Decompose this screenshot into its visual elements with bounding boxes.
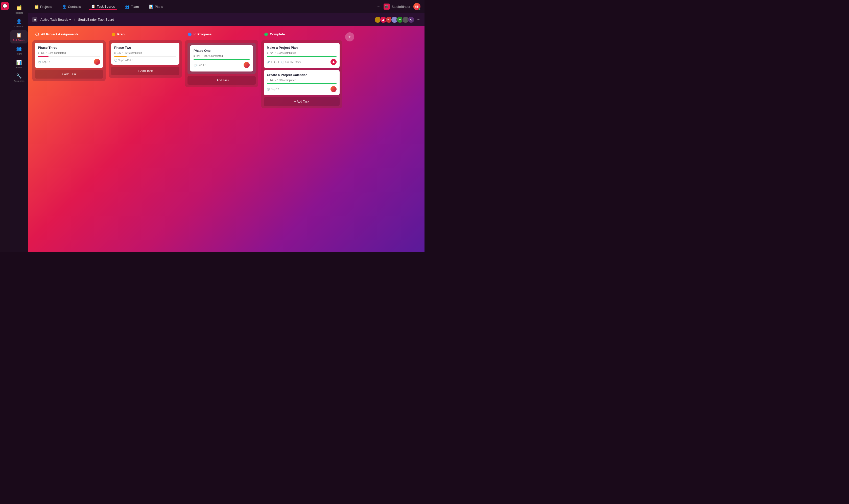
progress-bar-fill-cpc — [267, 83, 337, 84]
projects-icon: 🗂️ — [16, 5, 22, 11]
card-phase-three-meta: ≡ 1/6 • 17% completed — [38, 52, 100, 54]
column-header-all: All Project Assignments — [32, 30, 106, 38]
col-indicator-prep — [112, 33, 115, 36]
board-dropdown[interactable]: Active Task Boards ▾ — [40, 18, 71, 21]
attachment-count: 🔗 1 — [267, 61, 272, 64]
topnav-user[interactable]: 🎬 StudioBinder — [383, 3, 410, 10]
card-phase-one-date: 🕐 Sep 17 — [194, 64, 206, 67]
tasks-icon-4: ≡ — [267, 52, 268, 54]
card-phase-two-pct: 20% completed — [125, 52, 142, 54]
add-task-all[interactable]: + Add Task — [35, 70, 103, 78]
nav-contacts-label: Contacts — [68, 5, 81, 8]
card-make-project-plan-title: Make a Project Plan — [267, 46, 337, 50]
attachment-icon: 🔗 — [267, 61, 270, 64]
card-make-project-plan-footer: 🔗 1 💬 1 🕐 Oct 15-Oct — [267, 59, 337, 65]
card-phase-two[interactable]: Phase Two ≡ 1/5 • 20% completed � — [111, 43, 179, 65]
column-cards-complete: Make a Project Plan ≡ 4/4 • 100% complet… — [261, 40, 342, 108]
sidebar-item-plans[interactable]: 📊 Plans — [11, 58, 28, 71]
chevron-down-icon: ▾ — [69, 18, 71, 21]
board-area: All Project Assignments Phase Three ≡ 1/… — [28, 26, 424, 252]
add-column-button[interactable]: + — [345, 32, 354, 41]
in-progress-dimmed-area: Phase One ⋮ ≡ 8/8 • 100% completed — [187, 43, 256, 74]
add-task-prep[interactable]: + Add Task — [111, 67, 179, 75]
nav-team-label: Team — [131, 5, 139, 8]
clock-icon-5: 🕐 — [267, 88, 270, 91]
card-phase-three-title: Phase Three — [38, 46, 100, 50]
sidebar-label-taskboards: Task Boards — [13, 39, 25, 41]
breadcrumb-divider: / — [74, 18, 75, 21]
nav-plans[interactable]: 📊 Plans — [147, 3, 165, 10]
sidebar-item-resources[interactable]: 🔧 Resources — [11, 71, 28, 84]
card-phase-three-avatar[interactable] — [94, 59, 100, 65]
nav-team[interactable]: 👥 Team — [123, 3, 141, 10]
card-cpc-avatar[interactable] — [330, 86, 337, 92]
nav-team-icon: 👥 — [125, 4, 129, 8]
card-phase-one-avatar[interactable] — [243, 62, 250, 68]
card-create-project-calendar[interactable]: Create a Project Calendar ≡ 4/4 • 100% c… — [264, 70, 340, 95]
progress-bar-bg-cpc — [267, 83, 337, 84]
column-cards-all: Phase Three ≡ 1/6 • 17% completed — [32, 40, 106, 81]
top-navigation: 🗂️ Projects 👤 Contacts 📋 Task Boards 👥 T… — [28, 0, 424, 13]
nav-plans-label: Plans — [155, 5, 163, 8]
column-all-project-assignments: All Project Assignments Phase Three ≡ 1/… — [32, 30, 106, 248]
sidebar-label-resources: Resources — [13, 80, 24, 82]
nav-contacts[interactable]: 👤 Contacts — [60, 3, 83, 10]
card-phase-one-footer: 🕐 Sep 17 — [194, 62, 250, 68]
avatar-initials: SB — [415, 5, 419, 8]
user-avatar[interactable]: SB — [413, 3, 420, 10]
column-title-in-progress: In Progress — [194, 32, 212, 36]
column-complete: Complete Make a Project Plan ≡ 4/4 • 100… — [261, 30, 342, 248]
add-task-in-progress[interactable]: + Add Task — [187, 76, 256, 85]
column-in-progress: In Progress Phase One ⋮ ≡ 8/8 • — [185, 30, 258, 248]
resources-icon: 🔧 — [16, 73, 22, 79]
tasks-icon: ≡ — [38, 52, 39, 54]
taskboards-icon: 📋 — [16, 32, 22, 38]
contacts-icon: 👤 — [16, 19, 22, 24]
sidebar-item-projects[interactable]: 🗂️ Projects — [11, 3, 28, 16]
nav-taskboards-icon: 📋 — [91, 4, 95, 8]
column-header-complete: Complete — [261, 30, 342, 38]
card-phase-three-date: 🕐 Sep 17 — [38, 61, 50, 64]
clock-icon-4: 🕐 — [281, 61, 284, 64]
card-phase-three[interactable]: Phase Three ≡ 1/6 • 17% completed — [35, 43, 103, 68]
progress-bar-fill-phase-one — [194, 59, 250, 60]
card-phase-one[interactable]: Phase One ⋮ ≡ 8/8 • 100% completed — [190, 45, 253, 72]
brand-icon: 🎬 — [383, 3, 390, 10]
nav-contacts-icon: 👤 — [62, 4, 67, 8]
card-create-project-calendar-meta: ≡ 4/4 • 100% completed — [267, 79, 337, 82]
card-phase-one-meta: ≡ 8/8 • 100% completed — [194, 55, 250, 57]
avatar-overflow[interactable]: +7 — [408, 16, 415, 23]
progress-bar-fill-phase-three — [38, 56, 49, 57]
card-phase-three-pct: 17% completed — [48, 52, 66, 54]
card-phase-three-tasks: 1/6 — [41, 52, 44, 54]
topnav-more-button[interactable]: ··· — [377, 4, 381, 10]
sidebar-label-contacts: Contacts — [14, 25, 23, 28]
complete-cards-area: Make a Project Plan ≡ 4/4 • 100% complet… — [264, 43, 340, 95]
sidebar-item-contacts[interactable]: 👤 Contacts — [11, 17, 28, 30]
sidebar-label-projects: Projects — [15, 12, 23, 14]
card-phase-one-menu[interactable]: ⋮ — [246, 49, 250, 53]
card-make-project-plan-tasks: 4/4 — [270, 52, 273, 54]
clock-icon: 🕐 — [38, 61, 41, 64]
subheader-more-button[interactable]: ··· — [417, 17, 420, 22]
nav-projects[interactable]: 🗂️ Projects — [32, 3, 54, 10]
svg-point-1 — [333, 61, 334, 62]
add-task-complete[interactable]: + Add Task — [264, 97, 340, 106]
card-phase-one-tasks: 8/8 — [197, 55, 200, 57]
main-content: 🗂️ Projects 👤 Contacts 📋 Task Boards 👥 T… — [28, 0, 424, 252]
column-cards-prep: Phase Two ≡ 1/5 • 20% completed � — [109, 40, 182, 78]
progress-bar-bg-phase-three — [38, 56, 100, 57]
col-indicator-all — [35, 33, 39, 36]
card-make-project-plan-icons: 🔗 1 💬 1 🕐 Oct 15-Oct — [267, 61, 301, 64]
card-create-project-calendar-title: Create a Project Calendar — [267, 73, 337, 77]
sidebar-item-team[interactable]: 👥 Team — [11, 44, 28, 57]
sidebar-item-taskboards[interactable]: 📋 Task Boards — [11, 30, 28, 43]
team-icon: 👥 — [16, 46, 22, 52]
user-name: StudioBinder — [392, 5, 410, 8]
app-logo[interactable]: 💬 — [1, 2, 9, 10]
card-make-project-plan-pct: 100% completed — [277, 52, 296, 54]
card-make-project-plan-avatar[interactable] — [330, 59, 337, 65]
nav-taskboards[interactable]: 📋 Task Boards — [89, 3, 117, 10]
card-make-project-plan[interactable]: Make a Project Plan ≡ 4/4 • 100% complet… — [264, 43, 340, 68]
card-phase-two-title: Phase Two — [114, 46, 176, 50]
